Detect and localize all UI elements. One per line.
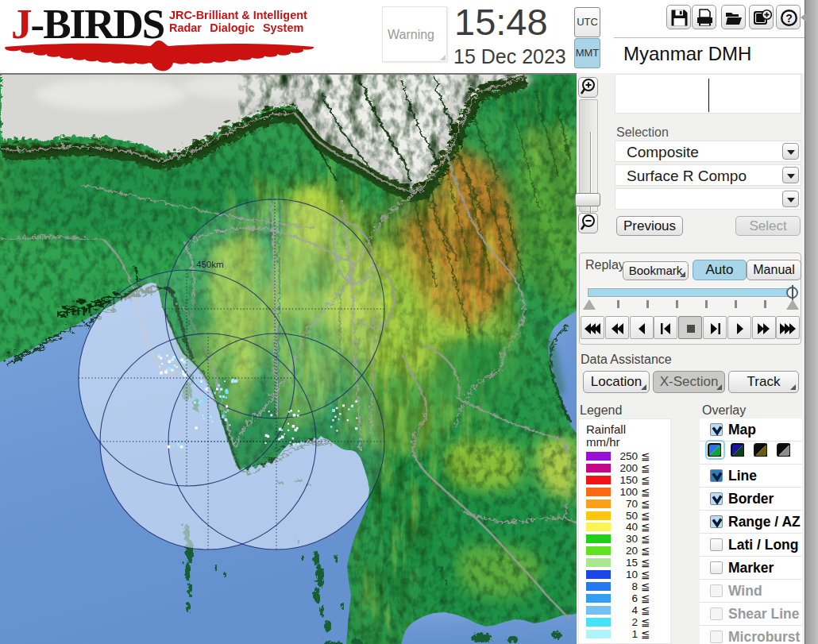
svg-text:450km: 450km (196, 260, 224, 269)
svg-text:?: ? (785, 12, 793, 25)
